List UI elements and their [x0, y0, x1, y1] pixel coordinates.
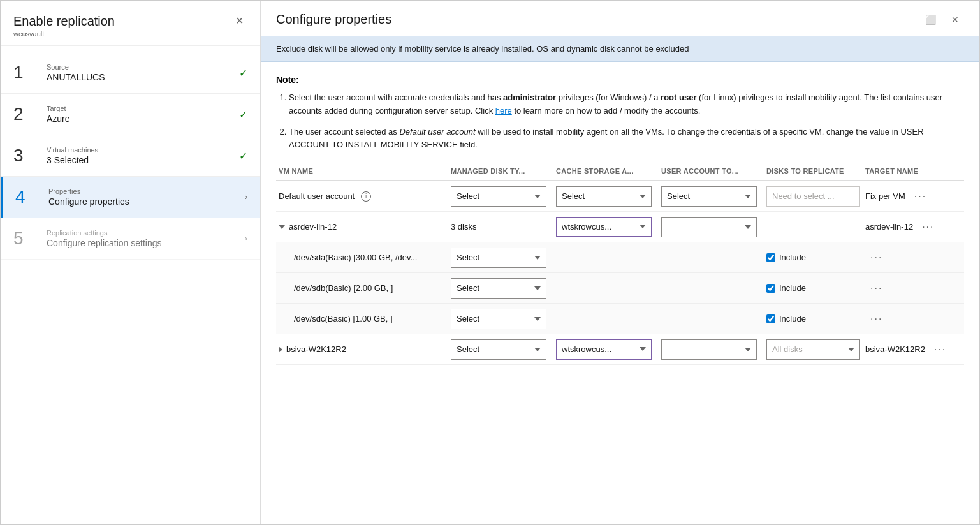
bsiva-cache-storage-select[interactable]: wtskrowcus... — [556, 339, 652, 360]
properties-table: VM NAME MANAGED DISK TY... CACHE STORAGE… — [276, 167, 964, 365]
th-vm-name: VM NAME — [276, 167, 448, 175]
td-default-user-account[interactable]: Select — [659, 182, 764, 211]
table-row-sdb: /dev/sdb(Basic) [2.00 GB, ] Select Inclu… — [276, 273, 964, 304]
bsiva-target-name: bsiva-W2K12R2 — [865, 344, 925, 354]
info-icon[interactable]: i — [361, 191, 371, 202]
step-1-number: 1 — [13, 63, 36, 83]
sdc-include-checkbox[interactable] — [766, 314, 775, 323]
step-2-check-icon: ✓ — [239, 108, 247, 121]
td-bsiva-managed-disk[interactable]: Select — [448, 336, 553, 364]
td-asrdev-target-name: asrdev-lin-12 ··· — [863, 216, 964, 238]
right-panel-minimize-button[interactable]: ⬜ — [920, 13, 941, 26]
step-4-number: 4 — [15, 187, 38, 207]
sdc-managed-disk-select[interactable]: Select — [451, 309, 546, 329]
asrdev-ellipsis-button[interactable]: ··· — [917, 220, 939, 234]
steps-container: 1 Source ANUTALLUCS ✓ 2 Target Azure ✓ 3 — [1, 46, 260, 524]
asrdev-cache-storage-select[interactable]: wtskrowcus... — [556, 217, 652, 237]
td-asrdev-disks — [764, 223, 863, 231]
step-4-chevron-icon: › — [245, 193, 247, 202]
bsiva-user-account-select[interactable] — [661, 339, 757, 360]
td-bsiva-disks[interactable]: All disks — [764, 336, 863, 364]
td-default-target-name: Fix per VM ··· — [863, 186, 964, 207]
note-list: Select the user account with accurate cr… — [276, 91, 964, 152]
default-managed-disk-select[interactable]: Select — [451, 186, 546, 207]
td-sda-cache-storage — [553, 254, 659, 262]
asrdev-user-account-select[interactable] — [661, 217, 757, 237]
td-sdc-name: /dev/sdc(Basic) [1.00 GB, ] — [276, 310, 448, 327]
td-sdb-user-account — [659, 285, 764, 292]
step-4-value: Configure properties — [48, 196, 235, 207]
td-bsiva-target-name: bsiva-W2K12R2 ··· — [863, 339, 964, 360]
sdc-include-label: Include — [779, 314, 806, 323]
sda-ellipsis-button[interactable]: ··· — [865, 251, 888, 265]
table-row-sdc: /dev/sdc(Basic) [1.00 GB, ] Select Inclu… — [276, 304, 964, 334]
asrdev-target-name: asrdev-lin-12 — [865, 222, 913, 232]
step-3[interactable]: 3 Virtual machines 3 Selected ✓ — [1, 135, 260, 177]
step-5-label: Replication settings — [47, 229, 235, 237]
default-user-account-select[interactable]: Select — [661, 186, 757, 207]
right-panel-close-button[interactable]: ✕ — [946, 13, 964, 26]
bsiva-disks-select[interactable]: All disks — [766, 339, 860, 360]
default-ellipsis-button[interactable]: ··· — [909, 189, 932, 203]
td-sdb-cache-storage — [553, 285, 659, 292]
table-header: VM NAME MANAGED DISK TY... CACHE STORAGE… — [276, 167, 964, 181]
th-target-name: TARGET NAME — [863, 167, 964, 175]
collapse-triangle-icon[interactable] — [279, 225, 285, 229]
table-row-sda: /dev/sda(Basic) [30.00 GB, /dev... Selec… — [276, 242, 964, 273]
left-panel-close-button[interactable]: ✕ — [231, 13, 247, 28]
need-to-select-field: Need to select ... — [766, 186, 860, 207]
td-sdb-managed-disk[interactable]: Select — [448, 274, 553, 302]
fix-per-vm-label: Fix per VM — [865, 191, 905, 201]
note-item-1: Select the user account with accurate cr… — [289, 91, 964, 118]
sdc-ellipsis-button[interactable]: ··· — [865, 312, 888, 326]
step-5[interactable]: 5 Replication settings Configure replica… — [1, 218, 260, 260]
bsiva-managed-disk-select[interactable]: Select — [451, 339, 546, 360]
td-asrdev-name: asrdev-lin-12 — [276, 218, 448, 235]
step-3-number: 3 — [13, 145, 36, 166]
left-panel-subtitle: wcusvault — [13, 30, 115, 38]
sda-include-label: Include — [779, 253, 806, 262]
step-5-chevron-icon: › — [245, 234, 247, 243]
step-5-value: Configure replication settings — [47, 238, 235, 248]
note-item-2: The user account selected as Default use… — [289, 126, 964, 152]
asrdev-disk-count: 3 disks — [451, 222, 476, 232]
note-section: Note: Select the user account with accur… — [276, 75, 964, 152]
td-default-cache-storage[interactable]: Select — [553, 182, 659, 211]
right-content: Note: Select the user account with accur… — [261, 62, 979, 524]
td-sdc-ellipsis[interactable]: ··· — [863, 308, 964, 330]
sda-include-checkbox[interactable] — [766, 253, 775, 262]
th-disks: DISKS TO REPLICATE — [764, 167, 863, 175]
here-link[interactable]: here — [495, 106, 512, 115]
td-asrdev-cache-storage[interactable]: wtskrowcus... — [553, 213, 659, 241]
sdb-ellipsis-button[interactable]: ··· — [865, 281, 888, 295]
step-1-check-icon: ✓ — [239, 67, 247, 79]
left-panel-title: Enable replication — [13, 13, 115, 29]
step-1[interactable]: 1 Source ANUTALLUCS ✓ — [1, 52, 260, 94]
bsiva-expand-icon[interactable] — [279, 346, 282, 353]
sdb-include-checkbox[interactable] — [766, 284, 775, 293]
default-label: Default user account — [279, 191, 355, 201]
td-sda-user-account — [659, 254, 764, 262]
step-5-number: 5 — [13, 228, 36, 249]
td-sdc-managed-disk[interactable]: Select — [448, 305, 553, 333]
default-cache-storage-select[interactable]: Select — [556, 186, 652, 207]
step-3-check-icon: ✓ — [239, 150, 247, 162]
step-4[interactable]: 4 Properties Configure properties › — [1, 177, 260, 218]
td-default-managed-disk[interactable]: Select — [448, 182, 553, 211]
table-row-default: Default user account i Select Select — [276, 181, 964, 212]
td-bsiva-cache-storage[interactable]: wtskrowcus... — [553, 336, 659, 364]
sda-managed-disk-select[interactable]: Select — [451, 248, 546, 268]
asrdev-vm-name: asrdev-lin-12 — [289, 222, 337, 232]
td-bsiva-name: bsiva-W2K12R2 — [276, 341, 448, 358]
step-2[interactable]: 2 Target Azure ✓ — [1, 94, 260, 135]
td-sda-include: Include — [764, 249, 863, 266]
bsiva-ellipsis-button[interactable]: ··· — [929, 343, 951, 357]
td-asrdev-user-account[interactable] — [659, 213, 764, 241]
step-2-label: Target — [47, 105, 229, 112]
td-sdb-ellipsis[interactable]: ··· — [863, 277, 964, 299]
td-bsiva-user-account[interactable] — [659, 336, 764, 364]
sdb-managed-disk-select[interactable]: Select — [451, 278, 546, 299]
sdb-label: /dev/sdb(Basic) [2.00 GB, ] — [294, 283, 393, 293]
td-sda-managed-disk[interactable]: Select — [448, 244, 553, 272]
td-sda-ellipsis[interactable]: ··· — [863, 247, 964, 269]
